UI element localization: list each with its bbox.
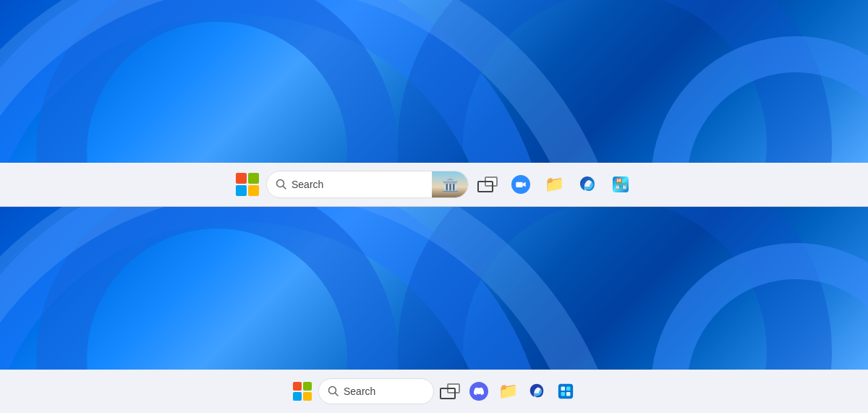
zoom-camera-svg [515,179,527,190]
win-logo-yellow [248,185,259,196]
win-logo-blue-b [293,392,302,401]
fileexplorer-button-top[interactable]: 📁 [540,170,569,199]
svg-rect-8 [558,384,573,399]
taskview-button-top[interactable] [473,170,502,199]
edge-button-top[interactable] [573,170,602,199]
svg-marker-3 [523,182,526,187]
svg-rect-12 [566,392,571,396]
search-magnifier-icon-top [276,179,287,190]
edge-icon-bottom [528,383,545,400]
fileexplorer-icon-bottom: 📁 [498,382,518,401]
svg-line-7 [336,393,339,396]
lighthouse-thumbnail: 🏛️ [432,171,468,197]
win-logo-red-b [293,382,302,391]
wallpaper-top [0,0,868,163]
svg-rect-11 [561,392,566,396]
taskbar-bottom: Search 📁 [0,370,868,413]
fileexplorer-icon-top: 📁 [545,175,564,194]
zoom-button-top[interactable] [506,170,535,199]
edge-icon-top [578,175,597,194]
taskview-front-rect-b [440,388,456,399]
screenshot-bottom: Search 📁 [0,207,868,413]
store-button-top[interactable]: 🏪 [606,170,635,199]
store-icon-bottom [557,383,574,400]
search-bar-top[interactable]: Search 🏛️ [266,171,469,198]
taskview-button-bottom[interactable] [437,378,463,404]
taskbar-top: Search 🏛️ � [0,163,868,206]
win-logo-red [236,173,247,184]
win-logo-green [248,173,259,184]
win-logo-green-b [303,382,312,391]
windows-logo-bottom [293,382,312,401]
fileexplorer-button-bottom[interactable]: 📁 [495,378,521,404]
discord-svg [474,386,484,396]
taskview-icon-bottom [440,383,460,399]
search-magnifier-icon-bottom [328,386,339,397]
taskbar-icons-top: Search 🏛️ � [233,170,635,199]
windows-logo-top [236,173,259,196]
discord-button-bottom[interactable] [466,378,492,404]
zoom-icon-top [511,175,530,194]
taskview-icon-top [477,176,498,192]
svg-text:🏪: 🏪 [615,178,628,190]
search-bar-bottom[interactable]: Search [318,378,434,404]
svg-rect-10 [566,387,571,391]
edge-button-bottom[interactable] [524,378,550,404]
svg-line-1 [284,187,286,190]
start-button-top[interactable] [233,170,262,199]
discord-icon-bottom [469,382,488,401]
store-icon-top: 🏪 [611,175,630,194]
start-button-bottom[interactable] [289,378,315,404]
svg-rect-2 [516,182,522,187]
taskview-front-rect [477,181,493,192]
screenshot-top: Search 🏛️ � [0,0,868,206]
svg-rect-9 [561,387,566,391]
win-logo-yellow-b [303,392,312,401]
store-button-bottom[interactable] [553,378,579,404]
win-logo-blue [236,185,247,196]
wallpaper-bottom [0,207,868,370]
search-label-bottom: Search [344,386,425,397]
taskbar-icons-bottom: Search 📁 [289,378,579,404]
